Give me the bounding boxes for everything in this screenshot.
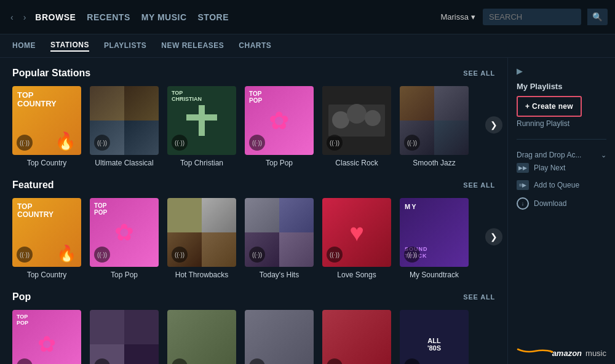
tab-charts[interactable]: CHARTS bbox=[239, 41, 271, 51]
pop-group[interactable]: ((·)) Pop Mix bbox=[90, 310, 159, 364]
ht-cell-4 bbox=[202, 232, 236, 267]
thumb-love-songs: ♥ ((·)) bbox=[322, 198, 391, 267]
drag-drop-section: Drag and Drop Ac... ⌄ ▶▶ Play Next ≡▶ Ad… bbox=[517, 151, 606, 213]
featured-top-country[interactable]: TOPCOUNTRY 🔥 ((·)) Top Country bbox=[12, 198, 81, 279]
radio-icon: ((·)) bbox=[172, 358, 188, 364]
thumb-smooth-jazz: ((·)) bbox=[400, 86, 469, 155]
station-label: Top Country bbox=[27, 159, 67, 167]
amazon-music-logo: amazon music bbox=[552, 349, 606, 358]
search-icon: 🔍 bbox=[592, 12, 603, 22]
featured-love-songs[interactable]: ♥ ((·)) Love Songs bbox=[322, 198, 391, 279]
main-layout: Popular Stations SEE ALL TOPCOUNTRY 🔥 ((… bbox=[0, 58, 615, 364]
nav-browse[interactable]: BROWSE bbox=[35, 12, 76, 22]
popular-stations-see-all[interactable]: SEE ALL bbox=[463, 69, 495, 77]
nav-store[interactable]: STORE bbox=[198, 12, 229, 22]
radio-icon: ((·)) bbox=[94, 247, 110, 263]
tab-playlists[interactable]: PLAYLISTS bbox=[104, 41, 146, 51]
station-label: Today's Hits bbox=[260, 271, 299, 279]
station-classic-rock[interactable]: ((·)) Classic Rock bbox=[322, 86, 391, 167]
pop2-cell-2 bbox=[124, 310, 159, 344]
sidebar-collapse-arrow[interactable]: ▶ bbox=[517, 66, 606, 76]
ht-cell-2 bbox=[202, 198, 236, 232]
ht-cell-1 bbox=[167, 198, 202, 232]
flame-icon: 🔥 bbox=[55, 131, 76, 151]
featured-title: Featured bbox=[12, 180, 54, 191]
featured-header: Featured SEE ALL bbox=[12, 180, 495, 191]
play-next-action[interactable]: ▶▶ Play Next bbox=[517, 159, 606, 176]
featured-hot-throwbacks[interactable]: ((·)) Hot Throwbacks bbox=[167, 198, 236, 279]
radio-icon: ((·)) bbox=[172, 135, 188, 151]
user-menu[interactable]: Marissa ▾ bbox=[440, 12, 475, 22]
thumb-pop5: ((·)) bbox=[322, 310, 391, 364]
sidebar: ▶ My Playlists + Create new Running Play… bbox=[507, 58, 615, 364]
thumb-text: TOPCOUNTRY bbox=[12, 198, 81, 224]
cell-4 bbox=[124, 121, 159, 155]
station-top-country[interactable]: TOPCOUNTRY 🔥 ((·)) Top Country bbox=[12, 86, 81, 167]
search-button[interactable]: 🔍 bbox=[587, 9, 608, 25]
popular-stations-section: Popular Stations SEE ALL TOPCOUNTRY 🔥 ((… bbox=[12, 68, 495, 167]
featured-todays-hits[interactable]: ((·)) Today's Hits bbox=[245, 198, 314, 279]
play-next-label: Play Next bbox=[534, 164, 565, 172]
station-smooth-jazz[interactable]: ((·)) Smooth Jazz bbox=[400, 86, 469, 167]
flower-icon: ✿ bbox=[114, 219, 134, 246]
svg-point-4 bbox=[365, 110, 381, 126]
scroll-right-featured[interactable]: ❯ bbox=[485, 228, 502, 245]
thumb-text: TOPCOUNTRY bbox=[17, 91, 57, 109]
featured-top-pop[interactable]: TOPPOP ✿ ((·)) Top Pop bbox=[90, 198, 159, 279]
tab-stations[interactable]: STATIONS bbox=[50, 41, 89, 52]
nav-my-music[interactable]: MY MUSIC bbox=[141, 12, 187, 22]
thumb-top-pop: TOPPOP ✿ ((·)) bbox=[245, 86, 314, 155]
thumb-text: TOPPOP bbox=[17, 314, 28, 326]
nav-back[interactable]: ‹ bbox=[7, 11, 17, 23]
th-cell-1 bbox=[245, 198, 279, 232]
content-area: Popular Stations SEE ALL TOPCOUNTRY 🔥 ((… bbox=[0, 58, 507, 364]
pop-4[interactable]: ((·)) Pop Radio bbox=[245, 310, 314, 364]
station-top-pop[interactable]: TOPPOP ✿ ((·)) Top Pop bbox=[245, 86, 314, 167]
nav-recents[interactable]: RECENTS bbox=[87, 12, 130, 22]
svg-point-3 bbox=[347, 104, 367, 124]
pop-5[interactable]: ((·)) Pop Dance bbox=[322, 310, 391, 364]
my-playlists-section: My Playlists + Create new Running Playli… bbox=[517, 82, 606, 128]
tab-home[interactable]: HOME bbox=[12, 41, 36, 51]
drag-drop-chevron-icon[interactable]: ⌄ bbox=[601, 151, 606, 159]
thumb-hot-throwbacks: ((·)) bbox=[167, 198, 236, 267]
flower-icon: ✿ bbox=[38, 331, 56, 357]
pop-top-pop[interactable]: TOPPOP ✿ ((·)) Top Pop bbox=[12, 310, 81, 364]
play-next-icon: ▶▶ bbox=[517, 163, 529, 173]
station-ultimate-classical[interactable]: ((·)) Ultimate Classical bbox=[90, 86, 159, 167]
radio-icon: ((·)) bbox=[404, 247, 420, 263]
svg-point-2 bbox=[332, 111, 349, 129]
radio-icon: ((·)) bbox=[327, 358, 343, 364]
radio-icon: ((·)) bbox=[17, 358, 33, 364]
cell-2 bbox=[124, 86, 159, 121]
running-playlist-link[interactable]: Running Playlist bbox=[517, 119, 606, 128]
featured-see-all[interactable]: SEE ALL bbox=[463, 181, 495, 189]
search-input[interactable] bbox=[483, 9, 581, 25]
add-to-queue-icon: ≡▶ bbox=[517, 180, 529, 190]
tab-new-releases[interactable]: NEW RELEASES bbox=[161, 41, 224, 51]
pop-see-all[interactable]: SEE ALL bbox=[463, 293, 495, 301]
main-nav-links: BROWSE RECENTS MY MUSIC STORE bbox=[35, 12, 229, 22]
station-top-christian[interactable]: TOPCHRISTIAN ((·)) Top Christian bbox=[167, 86, 236, 167]
amazon-music-logo-area: amazon music bbox=[517, 330, 606, 355]
amazon-smile-svg bbox=[517, 348, 554, 353]
station-label: Ultimate Classical bbox=[95, 159, 153, 167]
thumb-my-soundtrack: MY SOUNDTRACK ((·)) bbox=[400, 198, 469, 267]
nav-forward[interactable]: › bbox=[20, 11, 30, 23]
featured-my-soundtrack[interactable]: MY SOUNDTRACK ((·)) My Soundtrack bbox=[400, 198, 469, 279]
thumb-pop4: ((·)) bbox=[245, 310, 314, 364]
radio-icon: ((·)) bbox=[172, 247, 188, 263]
station-label: Top Pop bbox=[266, 159, 293, 167]
download-action[interactable]: ↓ Download bbox=[517, 194, 606, 213]
featured-section: Featured SEE ALL TOPCOUNTRY 🔥 ((·)) Top … bbox=[12, 180, 495, 279]
sub-nav: HOME STATIONS PLAYLISTS NEW RELEASES CHA… bbox=[0, 34, 615, 58]
scroll-right-popular[interactable]: ❯ bbox=[485, 116, 502, 133]
create-new-button[interactable]: + Create new bbox=[517, 96, 582, 117]
pop-3[interactable]: ((·)) Pop Hits bbox=[167, 310, 236, 364]
add-to-queue-action[interactable]: ≡▶ Add to Queue bbox=[517, 176, 606, 194]
pop-header: Pop SEE ALL bbox=[12, 291, 495, 303]
pop2-cell-4 bbox=[124, 344, 159, 364]
radio-icon: ((·)) bbox=[94, 135, 110, 151]
th-cell-4 bbox=[279, 232, 314, 267]
pop-all-80s[interactable]: ALL'80S ((·)) All '80s bbox=[400, 310, 469, 364]
